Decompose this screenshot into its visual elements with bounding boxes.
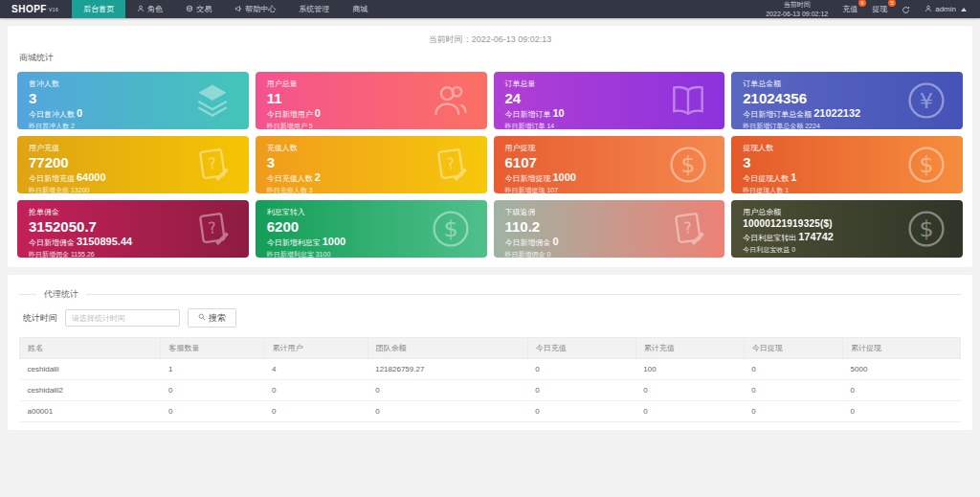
- stat-card-total-users: 用户总量 11 今日新增用户0 昨日新增用户 5: [256, 72, 487, 129]
- nav-system-label: 系统管理: [299, 4, 329, 14]
- card-yesterday-label: 昨日新增佣金: [29, 251, 69, 258]
- megaphone-icon: [234, 5, 242, 14]
- username: admin: [935, 5, 956, 13]
- card-yesterday-line: 昨日新增用户 5: [267, 122, 476, 129]
- table-row: ceshidaili2 0 0 0 0 0 0 0: [20, 380, 961, 401]
- cell-total-withdraw: 5000: [843, 359, 961, 380]
- cell-today-withdraw: 0: [744, 359, 842, 380]
- card-yesterday-line: 昨日新增充值 13200: [29, 186, 237, 193]
- nav-item-help[interactable]: 帮助中心: [223, 0, 287, 18]
- col-today-withdraw: 今日提现: [744, 338, 842, 359]
- stat-card-user-recharge: 用户充值 77200 今日新增充值64000 昨日新增充值 13200 ?: [17, 136, 249, 193]
- cell-today-recharge: 0: [527, 359, 635, 380]
- cell-team-balance: 0: [368, 401, 527, 422]
- card-yesterday-line: 昨日新增佣金 1155.26: [29, 250, 237, 258]
- stat-card-first-recharge-users: 首冲人数 3 今日首冲人数0 昨日首冲人数 2: [17, 72, 249, 129]
- nav-item-roles[interactable]: 角色: [125, 0, 174, 18]
- col-cs-count: 客服数量: [161, 338, 264, 359]
- col-total-users: 累计用户: [264, 338, 368, 359]
- nav-help-label: 帮助中心: [245, 4, 276, 14]
- table-row: ceshidaili 1 4 121826759.27 0 100 0 5000: [20, 359, 961, 380]
- svg-text:$: $: [681, 151, 696, 178]
- topbar-clock: 当前时间 2022-06-13 09:02:12: [766, 0, 828, 18]
- nav-trade-label: 交易: [196, 4, 212, 14]
- doc-question-icon: ?: [191, 144, 234, 186]
- doc-question-icon: ?: [191, 208, 234, 250]
- dollar-circle-icon: $: [430, 208, 472, 250]
- cell-name: ceshidaili2: [20, 380, 161, 401]
- card-yesterday-line: 昨日提现人数 1: [743, 186, 951, 193]
- card-yesterday-value: 107: [546, 187, 558, 193]
- card-yesterday-line: 昨日新增提现 107: [505, 186, 714, 193]
- cell-total-users: 0: [264, 401, 368, 422]
- card-today-value: 1000: [323, 236, 345, 247]
- col-today-recharge: 今日充值: [527, 338, 635, 359]
- cell-total-recharge: 0: [635, 380, 744, 401]
- doc-question-icon: ?: [667, 208, 709, 250]
- current-time-label: 当前时间：: [429, 34, 472, 44]
- recharge-link[interactable]: 充值 6: [842, 4, 858, 14]
- svg-text:?: ?: [207, 154, 217, 173]
- card-today-label: 今日新增订单: [505, 110, 551, 119]
- refresh-button[interactable]: [902, 1, 910, 18]
- refresh-icon: [902, 1, 910, 18]
- cell-total-users: 0: [264, 380, 368, 401]
- card-today-label: 今日新增充值: [29, 174, 75, 183]
- card-yesterday-line: 昨日新增利息宝 3100: [267, 250, 476, 258]
- cell-total-withdraw: 0: [843, 401, 961, 422]
- svg-text:$: $: [443, 215, 457, 242]
- user-menu[interactable]: admin: [924, 5, 967, 14]
- svg-text:$: $: [919, 215, 933, 242]
- recharge-label: 充值: [842, 5, 858, 13]
- col-total-recharge: 累计充值: [635, 338, 744, 359]
- card-yesterday-value: 5: [309, 123, 313, 129]
- withdraw-badge: 5: [888, 0, 896, 7]
- doc-question-icon: ?: [430, 144, 472, 186]
- card-today-value: 1000: [553, 171, 576, 183]
- nav-item-mall[interactable]: 商城: [341, 0, 379, 18]
- cell-name: ceshidaili: [20, 359, 161, 380]
- book-icon: [667, 79, 709, 122]
- current-time: 当前时间：2022-06-13 09:02:13: [8, 26, 972, 50]
- current-time-value: 2022-06-13 09:02:13: [472, 34, 552, 44]
- logo-text: SHOPF: [11, 4, 47, 14]
- stats-panel: 当前时间：2022-06-13 09:02:13 商城统计 首冲人数 3 今日首…: [8, 26, 972, 267]
- card-today-label: 今日提现人数: [743, 174, 789, 183]
- card-today-value: 21022132: [813, 107, 860, 119]
- nav-item-trade[interactable]: 交易: [174, 0, 223, 18]
- search-button[interactable]: 搜索: [188, 308, 236, 328]
- card-yesterday-label: 昨日新增订单总金额: [743, 123, 803, 129]
- recharge-badge: 6: [858, 0, 866, 7]
- card-yesterday-value: 3: [309, 187, 313, 193]
- filter-time-input[interactable]: [65, 309, 180, 327]
- cell-total-recharge: 100: [635, 359, 744, 380]
- card-yesterday-value: 1155.26: [71, 251, 95, 258]
- agent-filter-row: 统计时间 搜索: [23, 308, 961, 328]
- cell-cs-count: 0: [161, 401, 264, 422]
- card-yesterday-label: 今日利息宝收益: [743, 246, 790, 253]
- card-yesterday-label: 昨日提现人数: [743, 187, 783, 193]
- cell-total-users: 4: [264, 359, 368, 380]
- card-yesterday-line: 昨日首冲人数 2: [29, 122, 237, 129]
- logo-version: V16: [49, 7, 58, 12]
- table-header-row: 姓名 客服数量 累计用户 团队余额 今日充值 累计充值 今日提现 累计提现: [20, 338, 961, 359]
- card-today-value: 64000: [77, 171, 106, 183]
- card-yesterday-value: 0: [791, 246, 795, 253]
- user-icon: [924, 5, 932, 14]
- svg-text:?: ?: [207, 218, 217, 237]
- card-yesterday-label: 昨日新增充值: [29, 187, 69, 193]
- card-yesterday-value: 1: [785, 187, 789, 193]
- agent-section-title: 代理统计: [36, 288, 86, 301]
- nav-item-system[interactable]: 系统管理: [287, 0, 341, 18]
- card-today-label: 今日新增利息宝: [267, 238, 321, 247]
- nav-item-home[interactable]: 后台首页: [72, 0, 125, 18]
- card-today-label: 今日新增佣金: [505, 238, 551, 247]
- withdraw-link[interactable]: 提现 5: [872, 4, 887, 14]
- svg-text:?: ?: [445, 154, 456, 173]
- cell-today-withdraw: 0: [744, 380, 842, 401]
- card-yesterday-label: 昨日新增订单: [505, 123, 546, 129]
- cell-cs-count: 0: [161, 380, 264, 401]
- card-yesterday-line: 昨日充值人数 3: [267, 186, 476, 193]
- agent-table: 姓名 客服数量 累计用户 团队余额 今日充值 累计充值 今日提现 累计提现 ce…: [19, 337, 961, 422]
- card-today-label: 今日新增订单总金额: [743, 110, 812, 119]
